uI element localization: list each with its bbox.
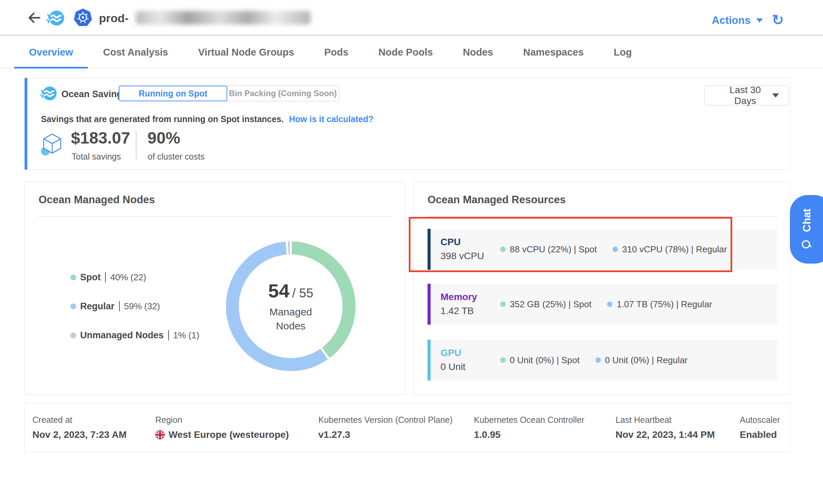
gpu-regular-stat: 0 Unit (0%) | Regular — [605, 355, 688, 366]
regular-dot-icon — [607, 301, 612, 307]
legend-label: Regular — [80, 301, 115, 312]
cluster-info-footer: Created at Nov 2, 2023, 7:23 AM Region W… — [25, 403, 791, 453]
gpu-accent-bar — [428, 340, 431, 381]
toggle-running-on-spot[interactable]: Running on Spot — [119, 86, 227, 101]
legend-value: 40% (22) — [110, 272, 146, 283]
uk-flag-icon — [155, 430, 165, 440]
resource-row-memory: Memory 1.42 TB 352 GB (25%) | Spot 1.07 … — [428, 284, 777, 325]
memory-spot-stat: 352 GB (25%) | Spot — [510, 299, 591, 310]
regular-dot-icon — [595, 357, 601, 363]
savings-toggle: Running on Spot Bin Packing (Coming Soon… — [119, 86, 339, 101]
tab-virtual-node-groups[interactable]: Virtual Node Groups — [183, 36, 309, 68]
legend-label: Unmanaged Nodes — [80, 330, 164, 341]
tab-pods[interactable]: Pods — [309, 36, 363, 68]
footer-value: Nov 2, 2023, 7:23 AM — [32, 429, 127, 440]
donut-chart-svg — [226, 241, 356, 371]
chevron-down-icon — [772, 93, 779, 98]
managed-nodes-panel: Ocean Managed Nodes Spot 40% (22) Regula… — [25, 182, 405, 395]
tab-cost-analysis[interactable]: Cost Analysis — [88, 36, 183, 68]
legend-item-regular[interactable]: Regular 59% (32) — [70, 300, 160, 312]
managed-nodes-title: Ocean Managed Nodes — [39, 194, 155, 206]
footer-label: Autoscaler — [740, 415, 780, 425]
footer-value: West Europe (westeurope) — [169, 429, 289, 440]
gpu-total: 0 Unit — [441, 361, 500, 372]
kubernetes-logo-icon — [73, 8, 93, 27]
cluster-name-redacted — [136, 11, 311, 25]
vertical-divider — [136, 131, 136, 160]
tab-log[interactable]: Log — [599, 36, 647, 68]
legend-label: Spot — [80, 272, 101, 283]
regular-dot-icon — [612, 247, 618, 252]
cluster-name-prefix: prod- — [99, 12, 129, 25]
footer-value: Enabled — [740, 429, 780, 440]
footer-value: v1.27.3 — [318, 429, 452, 440]
unmanaged-dot-icon — [70, 332, 76, 338]
legend-separator — [168, 330, 169, 340]
tab-bar: Overview Cost Analysis Virtual Node Grou… — [0, 36, 823, 69]
tab-overview[interactable]: Overview — [14, 36, 88, 68]
period-dropdown[interactable]: Last 30 Days — [704, 86, 789, 105]
tab-nodes[interactable]: Nodes — [448, 36, 508, 68]
legend-item-spot[interactable]: Spot 40% (22) — [70, 271, 146, 283]
cluster-cost-percent-value: 90% — [147, 129, 180, 147]
header: prod- Actions ↻ — [0, 0, 823, 35]
refresh-icon: ↻ — [772, 12, 784, 28]
managed-resources-panel: Ocean Managed Resources CPU 398 vCPU 88 … — [414, 182, 791, 395]
ocean-savings-panel: Ocean Savings: Running on Spot Bin Packi… — [25, 78, 791, 170]
cluster-cost-percent-label: of cluster costs — [148, 152, 205, 162]
actions-label: Actions — [712, 14, 751, 27]
legend-item-unmanaged[interactable]: Unmanaged Nodes 1% (1) — [70, 329, 199, 341]
regular-dot-icon — [70, 303, 76, 309]
cpu-total: 398 vCPU — [441, 251, 500, 262]
resource-row-gpu: GPU 0 Unit 0 Unit (0%) | Spot 0 Unit (0%… — [428, 340, 777, 381]
ocean-logo-icon — [46, 10, 65, 27]
memory-name: Memory — [441, 292, 500, 302]
footer-k8s-version: Kubernetes Version (Control Plane) v1.27… — [318, 415, 452, 440]
footer-last-heartbeat: Last Heartbeat Nov 22, 2023, 1:44 PM — [616, 415, 715, 440]
divider — [428, 217, 777, 217]
ocean-savings-icon — [40, 86, 57, 101]
spot-dot-icon — [500, 301, 506, 307]
how-calculated-link[interactable]: How is it calculated? — [289, 114, 373, 124]
total-savings-value: $183.07 — [71, 129, 130, 147]
memory-accent-bar — [428, 284, 431, 325]
spot-dot-icon — [500, 357, 506, 363]
spot-dot-icon — [500, 247, 506, 252]
gpu-name: GPU — [441, 348, 500, 358]
legend-value: 59% (32) — [124, 301, 160, 312]
managed-resources-title: Ocean Managed Resources — [428, 194, 566, 206]
cpu-spot-stat: 88 vCPU (22%) | Spot — [510, 244, 597, 255]
chat-label: Chat — [801, 208, 813, 232]
cpu-regular-stat: 310 vCPU (78%) | Regular — [622, 244, 727, 255]
footer-label: Created at — [32, 415, 127, 425]
divider — [39, 217, 392, 217]
back-button[interactable] — [26, 10, 42, 25]
tab-node-pools[interactable]: Node Pools — [363, 36, 448, 68]
footer-label: Kubernetes Ocean Controller — [474, 415, 584, 425]
memory-regular-stat: 1.07 TB (75%) | Regular — [617, 299, 712, 310]
cpu-name: CPU — [441, 237, 500, 248]
cpu-accent-bar — [428, 229, 431, 270]
legend-separator — [105, 272, 106, 282]
savings-cube-icon — [40, 132, 64, 157]
resource-row-cpu: CPU 398 vCPU 88 vCPU (22%) | Spot 310 vC… — [428, 229, 777, 270]
tab-namespaces[interactable]: Namespaces — [508, 36, 598, 68]
period-dropdown-value: Last 30 Days — [718, 85, 772, 106]
total-savings-label: Total savings — [72, 152, 121, 162]
footer-ocean-controller: Kubernetes Ocean Controller 1.0.95 — [474, 415, 584, 440]
footer-label: Kubernetes Version (Control Plane) — [318, 415, 452, 425]
savings-description: Savings that are generated from running … — [41, 114, 284, 124]
gpu-spot-stat: 0 Unit (0%) | Spot — [510, 355, 580, 366]
chat-button[interactable]: Chat — [790, 195, 823, 264]
footer-created-at: Created at Nov 2, 2023, 7:23 AM — [32, 415, 127, 440]
memory-total: 1.42 TB — [441, 306, 500, 316]
footer-label: Region — [155, 415, 289, 425]
footer-value: Nov 22, 2023, 1:44 PM — [616, 429, 715, 440]
legend-separator — [119, 301, 120, 311]
spot-dot-icon — [70, 275, 76, 280]
refresh-button[interactable]: ↻ — [772, 13, 784, 27]
actions-button[interactable]: Actions — [712, 14, 763, 27]
chevron-down-icon — [756, 18, 763, 23]
toggle-bin-packing[interactable]: Bin Packing (Coming Soon) — [227, 86, 339, 101]
footer-value: 1.0.95 — [474, 429, 584, 440]
